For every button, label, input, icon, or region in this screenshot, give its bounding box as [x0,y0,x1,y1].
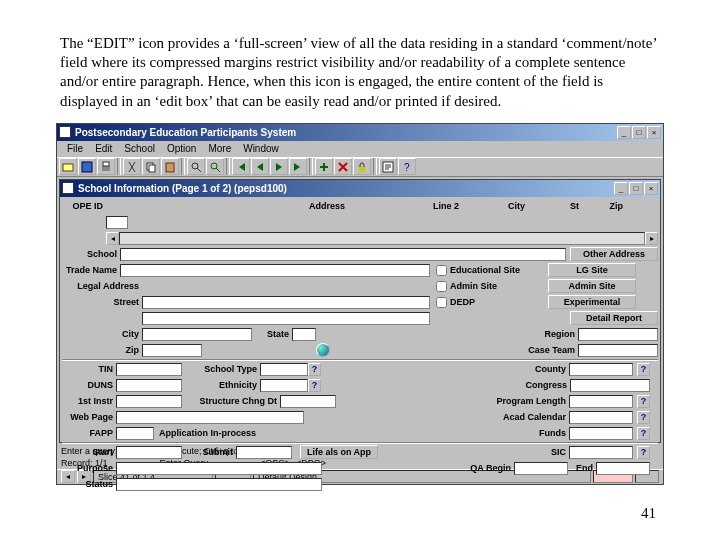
tool-first-icon[interactable] [232,158,250,175]
menu-school[interactable]: School [118,143,161,154]
congress-field[interactable] [570,379,650,392]
web-page-field[interactable] [116,411,304,424]
tool-save-icon[interactable] [78,158,96,175]
fapp-field[interactable] [116,427,154,440]
app-icon [59,126,71,138]
close-button[interactable]: × [647,126,661,139]
label-purpose: Purpose [62,463,116,473]
first-instr-field[interactable] [116,395,182,408]
inner-titlebar: School Information (Page 1 of 2) (pepsd1… [60,180,660,197]
funds-field[interactable] [569,427,633,440]
tool-insert-icon[interactable] [315,158,333,175]
label-tin: TIN [62,364,116,374]
state-field[interactable] [292,328,316,341]
zip-field[interactable] [142,344,202,357]
checkbox-label: Educational Site [450,265,520,275]
menu-window[interactable]: Window [237,143,285,154]
sic-field[interactable] [569,446,633,459]
label-city: City [498,201,528,211]
checkbox-educational-site[interactable]: Educational Site [436,265,548,276]
maximize-button[interactable]: □ [632,126,646,139]
tin-field[interactable] [116,363,182,376]
toolbar-separator [181,158,185,175]
help-program-length[interactable]: ? [637,395,650,408]
help-funds[interactable]: ? [637,427,650,440]
help-ethnicity[interactable]: ? [308,379,321,392]
trade-name-field[interactable] [120,264,430,277]
tool-prev-icon[interactable] [251,158,269,175]
school-field[interactable] [120,248,566,261]
tool-find-icon[interactable] [187,158,205,175]
school-type-field[interactable] [260,363,308,376]
lg-site-button[interactable]: LG Site [548,263,636,277]
globe-icon[interactable] [316,343,330,357]
life-also-app-button[interactable]: Life als on App [300,445,378,459]
tool-cut-icon[interactable] [123,158,141,175]
label-trade-name: Trade Name [62,265,120,275]
structure-chng-field[interactable] [280,395,336,408]
tool-copy-icon[interactable] [142,158,160,175]
menu-file[interactable]: File [61,143,89,154]
city-field[interactable] [142,328,252,341]
checkbox-admin-site[interactable]: Admin Site [436,281,548,292]
tool-lock-icon[interactable] [353,158,371,175]
checkbox-dedp[interactable]: DEDP [436,297,548,308]
label-address: Address [296,201,348,211]
status-field[interactable] [116,478,322,491]
ethnicity-field[interactable] [260,379,308,392]
other-address-button[interactable]: Other Address [570,247,658,261]
purpose-field[interactable] [116,462,322,475]
label-structure-chng: Structure Chng Dt [182,396,280,406]
inner-minimize-button[interactable]: _ [614,182,628,195]
tool-next-icon[interactable] [270,158,288,175]
page-number: 41 [641,505,656,522]
label-st: St [564,201,582,211]
street2-field[interactable] [142,312,430,325]
experimental-button[interactable]: Experimental [548,295,636,309]
inner-title: School Information (Page 1 of 2) (pepsd1… [78,183,614,194]
tool-query-icon[interactable] [206,158,224,175]
label-region: Region [528,329,578,339]
region-field[interactable] [578,328,658,341]
inner-close-button[interactable]: × [644,182,658,195]
tool-open-icon[interactable] [59,158,77,175]
tool-delete-icon[interactable] [334,158,352,175]
qa-begin-field[interactable] [514,462,568,475]
tool-paste-icon[interactable] [161,158,179,175]
inner-maximize-button[interactable]: □ [629,182,643,195]
street-field[interactable] [142,296,430,309]
label-street: Street [62,297,142,307]
county-field[interactable] [569,363,633,376]
label-sic: SIC [539,447,569,457]
menu-edit[interactable]: Edit [89,143,118,154]
help-school-type[interactable]: ? [308,363,321,376]
menu-option[interactable]: Option [161,143,202,154]
admin-site-button[interactable]: Admin Site [548,279,636,293]
scroll-left-button[interactable]: ◂ [106,232,119,245]
detail-report-button[interactable]: Detail Report [570,311,658,325]
program-length-field[interactable] [569,395,633,408]
case-team-field[interactable] [578,344,658,357]
tool-print-icon[interactable] [97,158,115,175]
submit-field[interactable] [236,446,292,459]
menu-more[interactable]: More [202,143,237,154]
help-sic[interactable]: ? [637,446,650,459]
help-county[interactable]: ? [637,363,650,376]
duns-field[interactable] [116,379,182,392]
end-field[interactable] [596,462,650,475]
tool-help-icon[interactable]: ? [398,158,416,175]
menubar: File Edit School Option More Window [57,141,663,157]
ope-id-field[interactable] [106,216,128,229]
minimize-button[interactable]: _ [617,126,631,139]
intro-paragraph: The “EDIT” icon provides a ‘full-screen’… [0,0,720,119]
svg-rect-6 [166,163,174,172]
tool-last-icon[interactable] [289,158,307,175]
start-field[interactable] [116,446,182,459]
scroll-right-button[interactable]: ▸ [645,232,658,245]
acad-calendar-field[interactable] [569,411,633,424]
inner-window: School Information (Page 1 of 2) (pepsd1… [59,179,661,443]
scrollbar-track[interactable] [119,232,645,245]
tool-edit-icon[interactable] [379,158,397,175]
help-acad-calendar[interactable]: ? [637,411,650,424]
label-end: End [568,463,596,473]
